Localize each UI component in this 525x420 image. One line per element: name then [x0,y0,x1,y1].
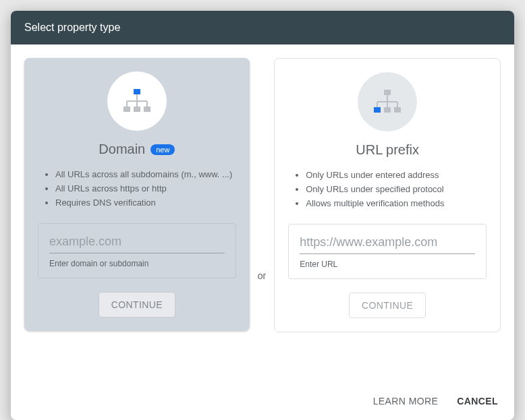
url-icon-circle [358,72,417,131]
url-input-wrap: Enter URL [288,224,487,279]
svg-rect-1 [123,107,130,112]
svg-rect-12 [394,107,401,113]
svg-rect-11 [384,107,391,113]
domain-card-title-row: Domain new [99,142,175,157]
svg-rect-10 [374,107,381,113]
list-item: All URLs across all subdomains (m., www.… [55,168,236,182]
url-bullets: Only URLs under entered address Only URL… [288,169,487,210]
list-item: Requires DNS verification [55,196,236,210]
url-input[interactable] [300,235,475,254]
new-badge: new [150,144,175,155]
list-item: All URLs across https or http [55,182,236,196]
domain-input-wrap: Enter domain or subdomain [38,223,236,278]
url-card-title: URL prefix [356,142,419,158]
url-continue-button[interactable]: CONTINUE [349,293,426,318]
domain-bullets: All URLs across all subdomains (m., www.… [38,168,236,210]
learn-more-button[interactable]: LEARN MORE [373,396,439,407]
list-item: Only URLs under entered address [306,169,487,183]
or-separator: or [250,270,274,281]
svg-rect-3 [144,107,150,112]
domain-card-title: Domain [99,142,145,157]
list-item: Only URLs under specified protocol [306,183,487,197]
domain-card[interactable]: Domain new All URLs across all subdomain… [24,58,250,331]
list-item: Allows multiple verification methods [306,197,487,211]
domain-input[interactable] [49,235,225,253]
svg-rect-2 [134,107,140,112]
svg-rect-9 [384,90,391,95]
url-card-title-row: URL prefix [356,142,419,158]
url-input-helper: Enter URL [300,260,475,269]
domain-continue-button[interactable]: CONTINUE [99,292,175,318]
domain-icon-circle [107,71,167,131]
hierarchy-icon [372,88,403,115]
domain-input-helper: Enter domain or subdomain [49,259,225,268]
modal-title: Select property type [11,11,514,44]
property-type-modal: Select property type [11,11,514,420]
hierarchy-icon [121,88,153,115]
url-prefix-card[interactable]: URL prefix Only URLs under entered addre… [274,58,501,332]
modal-footer: LEARN MORE CANCEL [11,385,514,420]
cancel-button[interactable]: CANCEL [457,396,498,407]
svg-rect-0 [134,89,140,94]
modal-body: Domain new All URLs across all subdomain… [11,44,514,385]
